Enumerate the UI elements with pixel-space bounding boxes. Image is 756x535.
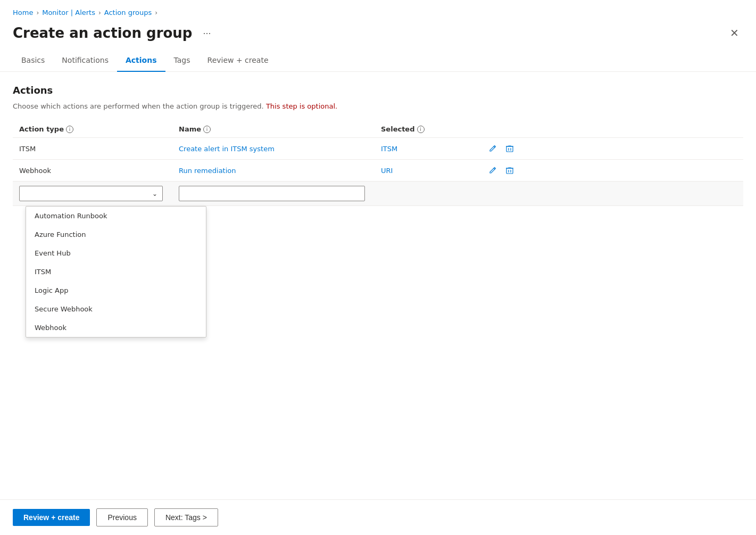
row1-name[interactable]: Create alert in ITSM system: [172, 138, 375, 160]
action-type-select-wrapper: ⌄: [19, 186, 163, 201]
new-action-row: ⌄: [13, 182, 743, 206]
row1-actions: [481, 138, 743, 160]
action-type-dropdown-list: Automation Runbook Azure Function Event …: [26, 206, 206, 338]
page-title: Create an action group: [13, 25, 192, 41]
tab-review-create[interactable]: Review + create: [199, 50, 277, 72]
breadcrumb-monitor-alerts[interactable]: Monitor | Alerts: [42, 9, 95, 17]
page-header-left: Create an action group ···: [13, 25, 215, 41]
review-create-button[interactable]: Review + create: [13, 509, 90, 526]
new-action-selected-cell: [375, 182, 481, 206]
next-button[interactable]: Next: Tags >: [154, 508, 218, 526]
new-action-name-cell: [172, 182, 375, 206]
row2-selected: URI: [375, 160, 481, 182]
action-type-info-icon[interactable]: i: [66, 126, 73, 133]
page-header: Create an action group ··· ✕: [0, 21, 756, 50]
row2-delete-button[interactable]: [504, 165, 515, 176]
breadcrumb-home[interactable]: Home: [13, 9, 33, 17]
tab-actions[interactable]: Actions: [117, 50, 165, 72]
breadcrumb-sep-2: ›: [98, 9, 101, 17]
svg-rect-0: [506, 146, 513, 152]
row1-delete-button[interactable]: [504, 143, 515, 154]
col-header-action-type: Action type i: [13, 121, 172, 138]
row1-action-type: ITSM: [13, 138, 172, 160]
optional-link: This step is optional.: [266, 102, 337, 110]
tab-tags[interactable]: Tags: [165, 50, 199, 72]
actions-table: Action type i Name i Selected i: [13, 121, 743, 206]
dropdown-option-secure-webhook[interactable]: Secure Webhook: [26, 300, 206, 318]
dropdown-option-event-hub[interactable]: Event Hub: [26, 244, 206, 262]
breadcrumb-sep-3: ›: [155, 9, 157, 17]
row1-selected: ITSM: [375, 138, 481, 160]
dropdown-option-itsm[interactable]: ITSM: [26, 262, 206, 281]
row2-edit-button[interactable]: [487, 165, 498, 176]
previous-button[interactable]: Previous: [96, 508, 147, 526]
table-row: ITSM Create alert in ITSM system ITSM: [13, 138, 743, 160]
description-text: Choose which actions are performed when …: [13, 102, 264, 110]
new-action-type-cell: ⌄: [13, 182, 172, 206]
col-header-row-actions: [481, 121, 743, 138]
main-content: Actions Choose which actions are perform…: [0, 72, 756, 219]
action-name-input[interactable]: [179, 186, 365, 201]
section-title: Actions: [13, 85, 743, 96]
dropdown-option-automation-runbook[interactable]: Automation Runbook: [26, 207, 206, 225]
table-row: Webhook Run remediation URI: [13, 160, 743, 182]
dropdown-option-webhook[interactable]: Webhook: [26, 318, 206, 337]
breadcrumb-action-groups[interactable]: Action groups: [104, 9, 152, 17]
close-button[interactable]: ✕: [726, 26, 743, 40]
row2-action-type: Webhook: [13, 160, 172, 182]
row2-name[interactable]: Run remediation: [172, 160, 375, 182]
tabs: Basics Notifications Actions Tags Review…: [0, 50, 756, 72]
svg-rect-1: [506, 168, 513, 174]
footer: Review + create Previous Next: Tags >: [0, 499, 756, 535]
page-menu-button[interactable]: ···: [198, 26, 215, 41]
action-type-select[interactable]: [19, 186, 163, 201]
selected-info-icon[interactable]: i: [417, 126, 425, 133]
dropdown-option-azure-function[interactable]: Azure Function: [26, 225, 206, 244]
new-action-icons-cell: [481, 182, 743, 206]
col-header-selected: Selected i: [375, 121, 481, 138]
tab-notifications[interactable]: Notifications: [53, 50, 117, 72]
dropdown-option-logic-app[interactable]: Logic App: [26, 281, 206, 300]
breadcrumb: Home › Monitor | Alerts › Action groups …: [0, 0, 756, 21]
col-header-name: Name i: [172, 121, 375, 138]
tab-basics[interactable]: Basics: [13, 50, 53, 72]
section-description: Choose which actions are performed when …: [13, 102, 743, 110]
row2-actions: [481, 160, 743, 182]
name-info-icon[interactable]: i: [203, 126, 211, 133]
row1-edit-button[interactable]: [487, 143, 498, 154]
breadcrumb-sep-1: ›: [36, 9, 39, 17]
